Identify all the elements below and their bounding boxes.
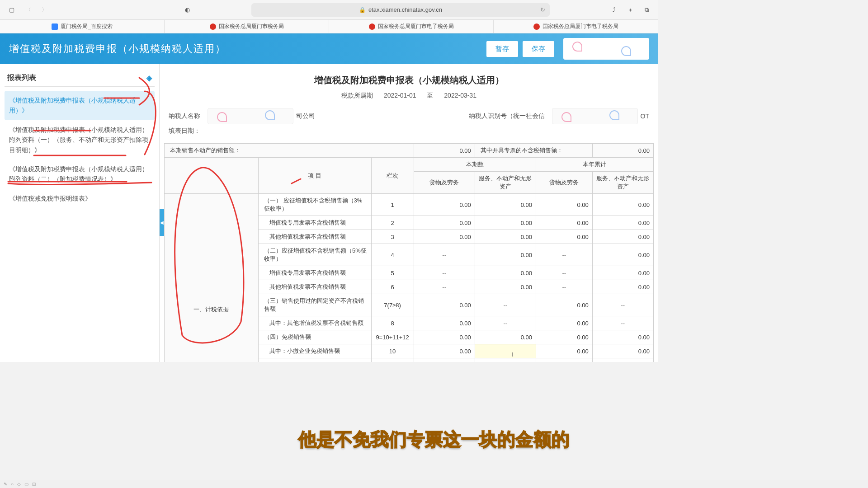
sidebar-title: 报表列表 ◈	[5, 70, 155, 87]
favicon-icon	[533, 23, 540, 30]
favicon-icon	[210, 23, 216, 30]
sidebar-item-0[interactable]: 《增值税及附加税费申报表（小规模纳税人适用）》	[5, 91, 155, 120]
value-cell[interactable]: I	[475, 344, 536, 358]
sidebar-title-text: 报表列表	[7, 73, 36, 83]
value-cell[interactable]: 0.00	[475, 194, 536, 216]
col-idx: 栏次	[371, 158, 414, 194]
form-title: 增值税及附加税费申报表（小规模纳税人适用）	[160, 64, 658, 92]
value-cell[interactable]: 0.00	[414, 216, 475, 230]
summary-right-value[interactable]: 0.00	[592, 144, 653, 158]
fill-date-label: 填表日期：	[169, 127, 200, 135]
browser-tab-0[interactable]: 厦门税务局_百度搜索	[0, 20, 165, 33]
new-tab-icon[interactable]: ＋	[624, 4, 637, 16]
value-cell[interactable]: 0.00	[536, 344, 592, 358]
value-cell[interactable]: 0.00	[592, 358, 653, 362]
value-cell[interactable]: 0.00	[536, 330, 592, 344]
value-cell[interactable]: 0.00	[592, 244, 653, 266]
row-label: （二）应征增值税不含税销售额（5%征收率）	[258, 244, 371, 266]
value-cell[interactable]: 0.00	[475, 216, 536, 230]
summary-left-value[interactable]: 0.00	[414, 144, 475, 158]
value-cell[interactable]: 0.00	[475, 266, 536, 280]
row-index	[371, 358, 414, 362]
back-button[interactable]: 〈	[22, 4, 34, 16]
value-cell[interactable]: 0.00	[592, 194, 653, 216]
row-index: 10	[371, 344, 414, 358]
value-cell[interactable]: 0.00	[414, 230, 475, 244]
url-bar[interactable]: 🔒 etax.xiamen.chinatax.gov.cn ↻	[251, 3, 550, 17]
tab-label: 国家税务总局厦门市税务局	[219, 23, 284, 30]
browser-toolbar: ▢ 〈 〉 ◐ 🔒 etax.xiamen.chinatax.gov.cn ↻ …	[0, 0, 658, 20]
value-cell[interactable]: 0.00	[592, 230, 653, 244]
value-cell: --	[414, 280, 475, 294]
value-cell[interactable]: 0.00	[414, 330, 475, 344]
section-1-cell: 一、计税依据	[165, 194, 259, 362]
value-cell[interactable]: 0.00	[536, 194, 592, 216]
value-cell[interactable]: 0.00	[475, 280, 536, 294]
value-cell: --	[592, 316, 653, 330]
form-period: 税款所属期 2022-01-01 至 2022-03-31	[160, 92, 658, 106]
save-draft-button[interactable]: 暂存	[486, 41, 518, 57]
tab-label: 国家税务总局厦门市电子税务局	[378, 23, 454, 30]
col-goods-year: 货物及劳务	[536, 172, 592, 194]
value-cell[interactable]: 0.00	[475, 330, 536, 344]
form-content: 增值税及附加税费申报表（小规模纳税人适用） 税款所属期 2022-01-01 至…	[160, 64, 658, 362]
period-from: 2022-01-01	[384, 92, 416, 99]
period-label: 税款所属期	[341, 92, 373, 99]
value-cell[interactable]: 0.00	[475, 244, 536, 266]
text-cursor-icon: I	[511, 351, 513, 358]
share-icon[interactable]: ⤴	[608, 4, 620, 16]
forward-button[interactable]: 〉	[38, 4, 51, 16]
browser-tab-1[interactable]: 国家税务总局厦门市税务局	[165, 20, 329, 33]
shield-icon[interactable]: ◐	[181, 4, 193, 16]
value-cell[interactable]: 0.00	[414, 344, 475, 358]
layers-icon[interactable]: ◈	[146, 74, 152, 82]
value-cell: --	[536, 244, 592, 266]
sidebar-item-3[interactable]: 《增值税减免税申报明细表》	[5, 189, 155, 208]
value-cell: --	[475, 294, 536, 316]
browser-tab-3[interactable]: 国家税务总局厦门市电子税务局	[494, 20, 658, 33]
tabs-overview-icon[interactable]: ⧉	[640, 4, 653, 16]
value-cell[interactable]: 0.00	[536, 316, 592, 330]
value-cell: --	[536, 280, 592, 294]
sidebar-toggle-icon[interactable]: ▢	[5, 4, 18, 16]
value-cell: --	[536, 266, 592, 280]
value-cell[interactable]: 0.00	[475, 358, 536, 362]
row-label: （四）免税销售额	[258, 330, 371, 344]
col-service-year: 服务、不动产和无形资产	[592, 172, 653, 194]
value-cell[interactable]: 0.00	[414, 294, 475, 316]
value-cell[interactable]: 0.00	[414, 316, 475, 330]
value-cell[interactable]: 0.00	[475, 230, 536, 244]
row-index: 3	[371, 230, 414, 244]
value-cell[interactable]: 0.00	[536, 294, 592, 316]
sidebar-item-1[interactable]: 《增值税及附加税费申报表（小规模纳税人适用）附列资料（一）（服务、不动产和无形资…	[5, 120, 155, 160]
row-label	[258, 358, 371, 362]
row-label: （一） 应征增值税不含税销售额（3%征收率）	[258, 194, 371, 216]
value-cell[interactable]: 0.00	[592, 330, 653, 344]
value-cell[interactable]	[414, 358, 475, 362]
tab-label: 厦门税务局_百度搜索	[61, 23, 113, 30]
col-year: 本年累计	[536, 158, 653, 172]
tab-label: 国家税务总局厦门市电子税务局	[542, 23, 618, 30]
sidebar-item-2[interactable]: 《增值税及附加税费申报表（小规模纳税人适用）附列资料（二）（附加税费情况表）》	[5, 160, 155, 189]
value-cell[interactable]: 0.00	[536, 216, 592, 230]
form-meta: 纳税人名称 司公司 填表日期： 纳税人识别号（统一社会信 OT	[160, 106, 658, 143]
lock-icon: 🔒	[359, 7, 366, 13]
value-cell[interactable]: 0.00	[592, 344, 653, 358]
value-cell[interactable]: 0.00	[592, 280, 653, 294]
refresh-icon[interactable]: ↻	[540, 6, 545, 13]
value-cell[interactable]: 0.00	[592, 266, 653, 280]
value-cell[interactable]: 0.00	[414, 194, 475, 216]
page-title: 增值税及附加税费申报（小规模纳税人适用）	[9, 42, 226, 56]
value-cell[interactable]: 0.00	[592, 216, 653, 230]
col-item: 项 目	[258, 158, 371, 194]
collapse-handle[interactable]: ◀	[160, 209, 164, 236]
save-button[interactable]: 保存	[523, 41, 554, 57]
value-cell: --	[414, 244, 475, 266]
value-cell[interactable]: 0.00	[536, 230, 592, 244]
row-index: 4	[371, 244, 414, 266]
browser-tab-2[interactable]: 国家税务总局厦门市电子税务局	[329, 20, 494, 33]
row-index: 6	[371, 280, 414, 294]
value-cell[interactable]: 0.00	[536, 358, 592, 362]
taxpayer-name-value: 司公司	[296, 112, 315, 120]
sidebar: 报表列表 ◈ 《增值税及附加税费申报表（小规模纳税人适用）》 《增值税及附加税费…	[0, 64, 160, 362]
